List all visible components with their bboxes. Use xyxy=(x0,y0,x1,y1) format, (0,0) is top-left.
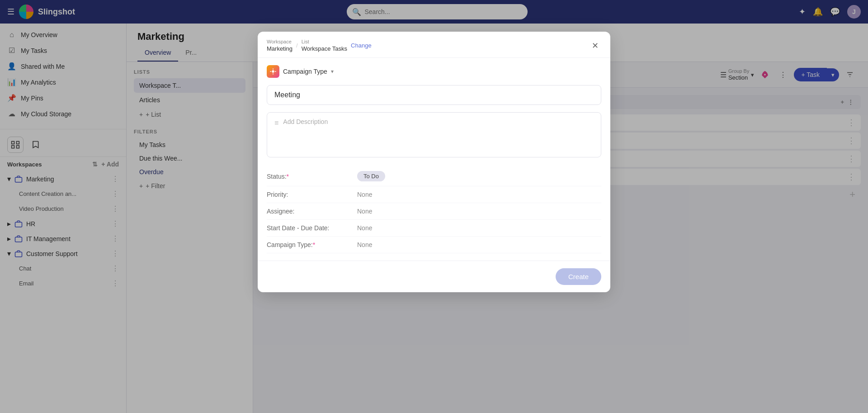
modal-body: Campaign Type ▾ ≡ Add Description Status… xyxy=(258,58,610,261)
modal-header: Workspace Marketing / List Workspace Tas… xyxy=(258,32,610,58)
bc-sep: / xyxy=(296,42,298,49)
field-label-campaign-type: Campaign Type:* xyxy=(267,241,357,248)
field-campaign-type: Campaign Type:* None xyxy=(267,237,601,253)
description-placeholder: Add Description xyxy=(283,118,328,125)
field-value-assignee[interactable]: None xyxy=(357,208,601,215)
task-type-selector[interactable]: Campaign Type ▾ xyxy=(267,65,601,78)
field-date-range: Start Date - Due Date: None xyxy=(267,220,601,237)
bc-change-btn[interactable]: Change xyxy=(351,42,372,49)
description-icon: ≡ xyxy=(274,119,278,127)
task-type-label: Campaign Type xyxy=(283,68,327,75)
bc-list-value: Workspace Tasks xyxy=(302,45,347,52)
bc-workspace-value: Marketing xyxy=(267,45,292,52)
task-title-input[interactable] xyxy=(267,85,601,105)
description-area[interactable]: ≡ Add Description xyxy=(267,112,601,157)
task-modal: Workspace Marketing / List Workspace Tas… xyxy=(258,32,610,292)
bc-workspace-label: Workspace xyxy=(267,39,292,44)
modal-overlay: Workspace Marketing / List Workspace Tas… xyxy=(0,0,868,413)
task-type-chevron: ▾ xyxy=(331,68,334,75)
field-label-priority: Priority: xyxy=(267,191,357,198)
field-value-campaign-type[interactable]: None xyxy=(357,241,601,248)
bc-list-label: List xyxy=(302,39,347,44)
field-label-status: Status:* xyxy=(267,173,357,180)
task-type-icon xyxy=(267,65,279,78)
field-value-priority[interactable]: None xyxy=(357,191,601,198)
field-value-date-range[interactable]: None xyxy=(357,224,601,232)
create-button[interactable]: Create xyxy=(556,268,601,285)
field-status: Status:* To Do xyxy=(267,166,601,186)
modal-close-btn[interactable]: ✕ xyxy=(589,39,601,52)
field-priority: Priority: None xyxy=(267,186,601,203)
modal-breadcrumb: Workspace Marketing / List Workspace Tas… xyxy=(267,39,372,52)
field-label-assignee: Assignee: xyxy=(267,208,357,215)
svg-point-12 xyxy=(272,70,274,72)
status-badge[interactable]: To Do xyxy=(357,171,385,181)
task-fields: Status:* To Do Priority: None Assignee: … xyxy=(267,166,601,253)
field-assignee: Assignee: None xyxy=(267,203,601,220)
modal-footer: Create xyxy=(258,261,610,292)
field-label-date-range: Start Date - Due Date: xyxy=(267,224,357,232)
